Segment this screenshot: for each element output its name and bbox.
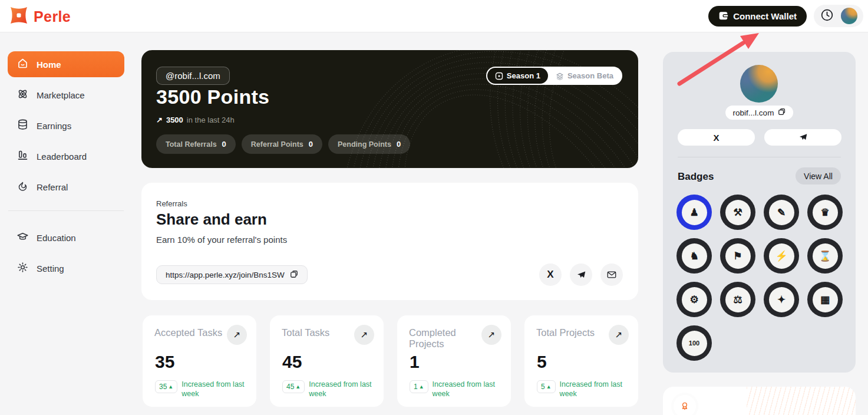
- badge-bug-hunter[interactable]: ⚙: [676, 282, 712, 317]
- open-accepted-tasks-button[interactable]: ↗: [227, 325, 247, 345]
- open-total-projects-button[interactable]: ↗: [609, 325, 629, 345]
- referral-points-pill: Referral Points0: [242, 134, 322, 154]
- stat-value: 35: [155, 352, 174, 372]
- pending-points-pill: Pending Points0: [328, 134, 410, 154]
- badge-trailblazer[interactable]: ⚑: [720, 238, 755, 274]
- stat-change: 1▲ Increased from last week: [410, 380, 496, 398]
- profile-name-pill[interactable]: robif...l.com: [725, 106, 794, 120]
- badge-grid: ♟ ⚒ ✎ ♛ ♞ ⚑ ⚡ ⌛ ⚙ ⚖ ✦ ▦ 100: [676, 195, 843, 361]
- x-icon: X: [547, 269, 553, 281]
- earnings-icon: [16, 118, 29, 133]
- brand-logo[interactable]: Perle: [9, 6, 71, 27]
- panel-divider: [678, 157, 841, 157]
- sidebar-item-education[interactable]: Education: [8, 225, 124, 251]
- sidebar-item-label: Home: [37, 60, 61, 70]
- stat-card-total-tasks: Total Tasks ↗ 45 45▲ Increased from last…: [270, 315, 384, 407]
- user-avatar[interactable]: [841, 8, 857, 24]
- mail-icon: [606, 269, 617, 280]
- profile-telegram-button[interactable]: [764, 129, 841, 146]
- badge-accuracy-guardian[interactable]: ⚖: [720, 282, 755, 317]
- sidebar-item-home[interactable]: Home: [8, 51, 124, 77]
- clock-icon[interactable]: [820, 8, 834, 25]
- stat-label: Accepted Tasks: [154, 327, 223, 338]
- referral-subtitle: Earn 10% of your referral's points: [156, 235, 287, 245]
- sidebar-item-label: Education: [37, 233, 76, 243]
- sidebar-item-marketplace[interactable]: Marketplace: [8, 82, 124, 108]
- sidebar-item-label: Earnings: [37, 121, 71, 131]
- arrow-up-right-icon: ↗: [233, 330, 241, 340]
- telegram-icon: [576, 270, 586, 280]
- stat-change: 45▲ Increased from last week: [282, 380, 372, 398]
- badge-marathoner[interactable]: ⌛: [807, 238, 843, 274]
- sidebar: Home Marketplace Earnings: [0, 32, 132, 415]
- badge-mastermind[interactable]: ♞: [676, 238, 712, 274]
- sidebar-item-label: Leaderboard: [37, 151, 87, 162]
- telegram-icon: [798, 133, 808, 142]
- leaderboard-icon: [16, 149, 29, 163]
- badge-glyph: ♛: [820, 206, 829, 219]
- badge-professor[interactable]: ♛: [807, 195, 843, 230]
- gear-icon: [16, 261, 29, 275]
- wallet-icon: [718, 11, 728, 22]
- stat-value: 45: [282, 352, 302, 372]
- badge-glyph: ✦: [777, 294, 786, 306]
- badge-combo-master[interactable]: ✦: [764, 282, 799, 317]
- open-total-tasks-button[interactable]: ↗: [354, 325, 374, 345]
- copy-icon[interactable]: [778, 108, 786, 117]
- badge-glyph: ⚖: [733, 294, 742, 306]
- badge-novice[interactable]: ♟: [676, 195, 712, 230]
- sidebar-item-setting[interactable]: Setting: [8, 255, 124, 281]
- badge-speed-demon[interactable]: ⚡: [764, 238, 799, 274]
- user-handle-chip[interactable]: @robif...l.com: [156, 67, 230, 85]
- badge-scholar[interactable]: ✎: [764, 195, 799, 230]
- banner-stat-pills: Total Referrals0 Referral Points0 Pendin…: [156, 134, 410, 154]
- copy-icon[interactable]: [290, 270, 298, 280]
- stat-card-completed-projects: Completed Projects ↗ 1 1▲ Increased from…: [397, 315, 511, 407]
- medal-badge-wrap: [674, 395, 696, 415]
- stat-value: 5: [537, 352, 547, 372]
- arrow-up-right-icon: ↗: [488, 330, 496, 340]
- badge-glyph: ▦: [820, 294, 830, 306]
- referral-title: Share and earn: [156, 210, 267, 229]
- badge-researcher[interactable]: ⚒: [720, 195, 755, 230]
- arrow-up-right-icon: ↗: [361, 330, 368, 340]
- sidebar-item-label: Referral: [37, 182, 68, 192]
- sidebar-item-referral[interactable]: Referral: [8, 174, 124, 200]
- sidebar-item-leaderboard[interactable]: Leaderboard: [8, 143, 124, 169]
- badge-glyph: ✎: [777, 206, 786, 219]
- marketplace-icon: [16, 88, 29, 102]
- arrow-up-right-icon: ↗: [615, 330, 623, 340]
- referral-card: Referrals Share and earn Earn 10% of you…: [141, 183, 638, 300]
- badge-combo-master[interactable]: 100: [676, 325, 712, 361]
- achievements-card: [663, 387, 856, 415]
- medal-icon: [679, 401, 690, 411]
- share-mail-button[interactable]: [600, 264, 623, 286]
- referral-kicker: Referrals: [156, 199, 187, 208]
- points-banner: @robif...l.com 3500 Points ↗ 3500 in the…: [141, 50, 638, 168]
- connect-wallet-button[interactable]: Connect Wallet: [708, 6, 807, 27]
- view-all-badges-button[interactable]: View All: [796, 167, 841, 185]
- stat-label: Completed Projects: [409, 327, 477, 350]
- delta-text: in the last 24h: [187, 116, 235, 124]
- share-telegram-button[interactable]: [570, 264, 592, 286]
- home-icon: [16, 57, 29, 71]
- badges-title: Badges: [678, 171, 714, 183]
- promo-stripes-decoration: [747, 387, 856, 415]
- points-total: 3500 Points: [156, 85, 269, 108]
- profile-avatar: [740, 65, 778, 103]
- profile-x-button[interactable]: X: [678, 129, 755, 146]
- badge-combo-master[interactable]: ▦: [807, 282, 843, 317]
- referral-flame-icon: [16, 180, 29, 194]
- sidebar-item-label: Marketplace: [37, 90, 85, 100]
- x-icon: X: [713, 133, 719, 143]
- open-completed-projects-button[interactable]: ↗: [481, 325, 501, 345]
- share-x-button[interactable]: X: [539, 264, 562, 286]
- referral-link[interactable]: https://app.perle.xyz/join/Bns1SW: [156, 265, 308, 284]
- triangle-up-icon: ▲: [295, 384, 301, 390]
- user-pill: [814, 5, 863, 27]
- sidebar-item-earnings[interactable]: Earnings: [8, 113, 124, 139]
- tab-season-beta[interactable]: Season Beta: [548, 71, 621, 80]
- stat-label: Total Tasks: [282, 327, 350, 338]
- tab-season-1[interactable]: Season 1: [487, 68, 548, 84]
- brand-name: Perle: [34, 8, 71, 25]
